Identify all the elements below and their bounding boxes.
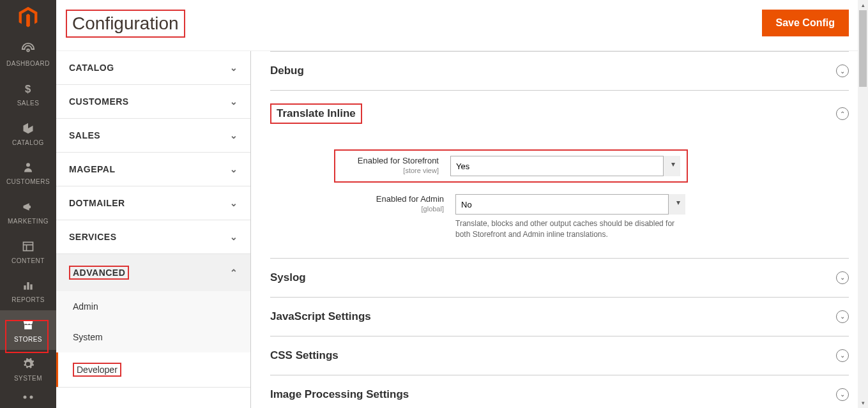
label-text: Enabled for Storefront [358, 156, 439, 165]
scrollbar-thumb[interactable] [859, 10, 867, 87]
sub-item-system[interactable]: System [56, 322, 250, 352]
config-group-catalog[interactable]: CATALOG⌄ [56, 51, 250, 85]
label-text: Enabled for Admin [376, 194, 444, 204]
svg-rect-8 [30, 284, 32, 289]
nav-stores[interactable]: STORES [0, 310, 56, 350]
group-label: MAGEPAL [69, 164, 115, 174]
chevron-down-icon: ⌄ [230, 164, 238, 174]
enabled-storefront-select[interactable]: Yes [450, 156, 680, 176]
nav-system[interactable]: SYSTEM [0, 350, 56, 389]
expand-icon: ⌄ [836, 349, 849, 362]
chevron-down-icon: ⌄ [840, 274, 845, 281]
save-config-button[interactable]: Save Config [762, 10, 849, 36]
svg-text:$: $ [25, 83, 31, 95]
sub-item-admin[interactable]: Admin [56, 291, 250, 322]
field-note: Translate, blocks and other output cache… [455, 218, 679, 240]
gauge-icon [20, 42, 36, 57]
section-syslog[interactable]: Syslog ⌄ [270, 259, 849, 298]
collapse-icon: ⌃ [836, 107, 849, 120]
storefront-icon [20, 317, 36, 333]
nav-catalog[interactable]: CATALOG [0, 114, 56, 153]
chevron-down-icon: ⌄ [230, 130, 238, 140]
section-title: Debug [270, 64, 304, 77]
sub-item-label: Developer [77, 365, 118, 375]
advanced-sub-items: Admin System Developer [56, 291, 250, 387]
svg-point-0 [27, 49, 29, 52]
nav-more[interactable] [0, 389, 56, 408]
field-control: Yes [450, 156, 680, 176]
field-row-storefront: Enabled for Storefront [store view] Yes [270, 149, 849, 183]
chevron-down-icon: ⌄ [840, 391, 845, 398]
expand-icon: ⌄ [836, 310, 849, 323]
group-label: CUSTOMERS [69, 96, 129, 107]
svg-point-9 [24, 395, 27, 398]
enabled-admin-select[interactable]: No [455, 194, 685, 215]
section-css[interactable]: CSS Settings ⌄ [270, 336, 849, 375]
nav-content[interactable]: CONTENT [0, 232, 56, 271]
field-control: No Translate, blocks and other output ca… [455, 194, 685, 240]
chevron-down-icon: ⌄ [230, 96, 238, 107]
nav-label: DASHBOARD [6, 60, 50, 67]
chevron-down-icon: ⌄ [840, 313, 845, 320]
chevron-up-icon: ⌃ [230, 268, 238, 278]
nav-label: CUSTOMERS [6, 178, 50, 185]
section-translate-inline[interactable]: Translate Inline ⌃ [270, 91, 849, 137]
highlight-annotation: Configuration [66, 10, 185, 38]
config-columns: CATALOG⌄ CUSTOMERS⌄ SALES⌄ MAGEPAL⌄ DOTM… [56, 51, 868, 408]
highlight-annotation: Enabled for Storefront [store view] Yes [334, 149, 688, 183]
config-group-dotmailer[interactable]: DOTMAILER⌄ [56, 186, 250, 220]
config-group-advanced[interactable]: ADVANCED ⌃ Admin System Developer [56, 254, 250, 388]
sub-item-developer[interactable]: Developer [56, 352, 250, 387]
section-title: Image Processing Settings [270, 388, 409, 401]
nav-reports[interactable]: REPORTS [0, 271, 56, 310]
nav-label: MARKETING [8, 218, 49, 225]
page-title: Configuration [67, 11, 184, 36]
config-group-services[interactable]: SERVICES⌄ [56, 220, 250, 254]
config-group-sales[interactable]: SALES⌄ [56, 119, 250, 153]
nav-dashboard[interactable]: DASHBOARD [0, 35, 56, 75]
translate-inline-body: Enabled for Storefront [store view] Yes [270, 137, 849, 259]
scope-text: [store view] [335, 167, 439, 174]
svg-point-10 [30, 395, 33, 398]
highlight-annotation: Translate Inline [270, 103, 362, 124]
scope-text: [global] [334, 205, 444, 213]
section-title: CSS Settings [270, 349, 339, 362]
nav-label: CONTENT [11, 257, 45, 264]
magento-logo[interactable] [0, 0, 56, 35]
admin-sidebar: DASHBOARD $ SALES CATALOG CUSTOMERS MARK… [0, 0, 56, 408]
section-title: Translate Inline [277, 107, 356, 119]
config-group-customers[interactable]: CUSTOMERS⌄ [56, 85, 250, 119]
section-image-processing[interactable]: Image Processing Settings ⌄ [270, 375, 849, 408]
page-header: Configuration Save Config [56, 0, 868, 51]
person-icon [20, 160, 36, 175]
nav-label: SALES [17, 100, 40, 107]
scroll-up-arrow[interactable]: ▴ [858, 0, 868, 10]
section-javascript[interactable]: JavaScript Settings ⌄ [270, 298, 849, 336]
partners-icon [20, 389, 36, 405]
group-label: CATALOG [69, 63, 114, 73]
config-nav: CATALOG⌄ CUSTOMERS⌄ SALES⌄ MAGEPAL⌄ DOTM… [56, 51, 251, 408]
expand-icon: ⌄ [836, 388, 849, 401]
nav-label: STORES [14, 336, 42, 343]
megaphone-icon [20, 199, 36, 215]
cube-icon [20, 121, 36, 136]
nav-label: SYSTEM [14, 375, 42, 382]
nav-label: REPORTS [11, 296, 45, 303]
nav-sales[interactable]: $ SALES [0, 74, 56, 114]
svg-point-2 [26, 163, 30, 167]
config-main: Debug ⌄ Translate Inline ⌃ Enabled for S… [251, 51, 868, 408]
svg-rect-3 [24, 242, 33, 250]
group-label: DOTMAILER [69, 198, 125, 208]
scrollbar-track[interactable]: ▴ ▾ [858, 0, 868, 408]
dollar-icon: $ [20, 81, 36, 96]
svg-rect-6 [24, 285, 26, 290]
group-label: SALES [69, 130, 100, 140]
config-group-magepal[interactable]: MAGEPAL⌄ [56, 153, 250, 186]
scroll-down-arrow[interactable]: ▾ [858, 398, 868, 408]
highlight-annotation: ADVANCED [69, 266, 129, 280]
section-debug[interactable]: Debug ⌄ [270, 51, 849, 91]
main-area: Configuration Save Config CATALOG⌄ CUSTO… [56, 0, 868, 408]
nav-customers[interactable]: CUSTOMERS [0, 153, 56, 192]
nav-marketing[interactable]: MARKETING [0, 192, 56, 232]
sub-item-label: System [73, 332, 103, 342]
